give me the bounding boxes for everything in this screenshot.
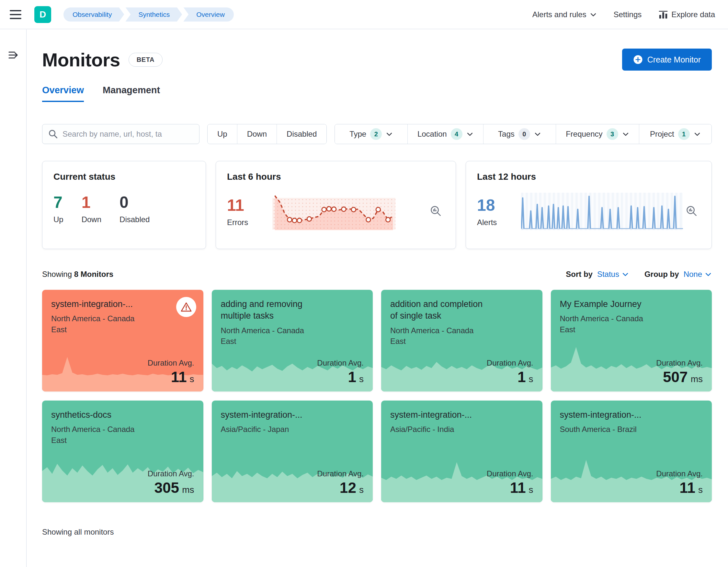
duration-unit: s bbox=[359, 485, 364, 495]
tab-management[interactable]: Management bbox=[103, 85, 160, 102]
group-by-select[interactable]: None bbox=[684, 270, 712, 279]
chevron-down-icon bbox=[622, 271, 629, 278]
inspect-errors-button[interactable] bbox=[427, 202, 445, 221]
expand-sidebar-button[interactable] bbox=[6, 48, 21, 63]
explore-data-link[interactable]: Explore data bbox=[658, 10, 715, 19]
count-badge: 1 bbox=[678, 128, 690, 140]
duration-value: 11 bbox=[171, 368, 187, 386]
duration-unit: s bbox=[529, 485, 533, 495]
panel-title: Last 12 hours bbox=[477, 172, 700, 182]
duration-unit: s bbox=[359, 374, 364, 384]
duration-value: 11 bbox=[679, 479, 695, 496]
status-filter-group: Up Down Disabled bbox=[207, 124, 327, 144]
filter-project-dropdown[interactable]: Project 1 bbox=[639, 124, 711, 144]
breadcrumb: Observability Synthetics Overview bbox=[63, 7, 235, 22]
duration-block: Duration Avg. 305 ms bbox=[148, 469, 194, 496]
global-header: D Observability Synthetics Overview Aler… bbox=[0, 0, 728, 29]
filter-disabled-button[interactable]: Disabled bbox=[277, 124, 326, 144]
monitor-name: system-integration-... bbox=[390, 409, 491, 421]
duration-unit: s bbox=[698, 485, 703, 495]
monitor-name: My Example Journey bbox=[560, 298, 660, 310]
filter-bar: Up Down Disabled Type 2 Location 4 Tags … bbox=[42, 124, 712, 144]
duration-label: Duration Avg. bbox=[317, 469, 364, 478]
header-actions: Alerts and rules Settings Explore data bbox=[532, 10, 715, 19]
disabled-count: 0 bbox=[119, 193, 150, 212]
attribute-filter-group: Type 2 Location 4 Tags 0 Frequency 3 Pro… bbox=[335, 124, 712, 144]
monitor-location: Asia/Pacific - Japan bbox=[221, 424, 312, 435]
footer-note: Showing all monitors bbox=[42, 527, 712, 537]
sort-by-select[interactable]: Status bbox=[597, 270, 629, 279]
last-6-hours-panel: Last 6 hours 11 Errors bbox=[216, 161, 456, 249]
page-tabs: Overview Management bbox=[42, 85, 712, 102]
search-input[interactable] bbox=[63, 130, 193, 139]
alerts-stat: 18 Alerts bbox=[477, 196, 519, 227]
alerts-chart bbox=[521, 193, 683, 230]
monitor-location: North America - Canada East bbox=[51, 313, 142, 335]
monitor-card[interactable]: addition and completion of single task N… bbox=[381, 290, 542, 391]
alert-triangle-icon bbox=[176, 297, 196, 317]
menu-icon[interactable] bbox=[10, 7, 25, 22]
bar-chart-icon bbox=[658, 10, 668, 19]
duration-unit: ms bbox=[182, 485, 194, 495]
inspect-alerts-button[interactable] bbox=[683, 202, 700, 221]
duration-label: Duration Avg. bbox=[487, 469, 533, 478]
errors-stat: 11 Errors bbox=[227, 196, 269, 227]
monitor-card[interactable]: system-integration-... North America - C… bbox=[42, 290, 203, 391]
duration-block: Duration Avg. 12 s bbox=[317, 469, 364, 496]
breadcrumb-overview[interactable]: Overview bbox=[183, 7, 234, 22]
monitor-name: system-integration-... bbox=[221, 409, 321, 421]
monitor-name: synthetics-docs bbox=[51, 409, 152, 421]
page-title: Monitors bbox=[42, 49, 120, 71]
monitor-name: adding and removing multiple tasks bbox=[221, 298, 321, 322]
monitor-card[interactable]: system-integration-... Asia/Pacific - In… bbox=[381, 401, 542, 502]
chevron-down-icon bbox=[386, 130, 393, 138]
filter-frequency-dropdown[interactable]: Frequency 3 bbox=[556, 124, 639, 144]
duration-label: Duration Avg. bbox=[317, 358, 364, 368]
monitor-card[interactable]: synthetics-docs North America - Canada E… bbox=[42, 401, 203, 502]
down-count: 1 bbox=[82, 193, 101, 212]
tab-overview[interactable]: Overview bbox=[42, 85, 84, 102]
filter-type-dropdown[interactable]: Type 2 bbox=[335, 124, 407, 144]
alerts-count: 18 bbox=[477, 196, 519, 215]
sort-by-control: Sort by Status bbox=[566, 270, 629, 279]
alerts-and-rules-menu[interactable]: Alerts and rules bbox=[532, 10, 597, 19]
monitor-card[interactable]: system-integration-... South America - B… bbox=[551, 401, 712, 502]
errors-count: 11 bbox=[227, 196, 269, 215]
chevron-down-icon bbox=[534, 130, 541, 138]
breadcrumb-synthetics[interactable]: Synthetics bbox=[125, 7, 182, 22]
count-badge: 2 bbox=[370, 128, 382, 140]
count-badge: 0 bbox=[518, 128, 530, 140]
duration-value: 1 bbox=[518, 368, 526, 386]
duration-block: Duration Avg. 507 ms bbox=[656, 358, 703, 386]
monitor-location: South America - Brazil bbox=[560, 424, 651, 435]
errors-chart bbox=[272, 193, 395, 230]
panel-title: Current status bbox=[53, 172, 195, 182]
create-monitor-button[interactable]: Create Monitor bbox=[622, 49, 712, 71]
duration-value: 11 bbox=[510, 479, 526, 496]
monitor-location: North America - Canada East bbox=[51, 424, 142, 446]
filter-up-button[interactable]: Up bbox=[208, 124, 237, 144]
filter-location-dropdown[interactable]: Location 4 bbox=[408, 124, 483, 144]
filter-tags-dropdown[interactable]: Tags 0 bbox=[483, 124, 556, 144]
alerts-chart-svg bbox=[521, 193, 683, 230]
errors-chart-svg bbox=[272, 193, 395, 230]
duration-label: Duration Avg. bbox=[148, 469, 194, 478]
status-down-stat: 1 Down bbox=[82, 193, 101, 224]
monitor-name: system-integration-... bbox=[51, 298, 152, 310]
duration-block: Duration Avg. 11 s bbox=[148, 358, 194, 386]
search-field bbox=[42, 124, 199, 144]
inspect-icon bbox=[430, 205, 442, 217]
monitor-card[interactable]: system-integration-... Asia/Pacific - Ja… bbox=[212, 401, 373, 502]
duration-value: 1 bbox=[348, 368, 356, 386]
duration-label: Duration Avg. bbox=[656, 358, 703, 368]
chevron-down-icon bbox=[705, 271, 712, 278]
filter-down-button[interactable]: Down bbox=[237, 124, 277, 144]
space-avatar[interactable]: D bbox=[34, 6, 51, 23]
showing-count-text: Showing 8 Monitors bbox=[42, 270, 113, 279]
duration-block: Duration Avg. 1 s bbox=[317, 358, 364, 386]
settings-link[interactable]: Settings bbox=[614, 10, 642, 19]
monitor-card[interactable]: My Example Journey North America - Canad… bbox=[551, 290, 712, 391]
count-badge: 4 bbox=[451, 128, 462, 140]
monitor-card[interactable]: adding and removing multiple tasks North… bbox=[212, 290, 373, 391]
breadcrumb-observability[interactable]: Observability bbox=[63, 7, 124, 22]
